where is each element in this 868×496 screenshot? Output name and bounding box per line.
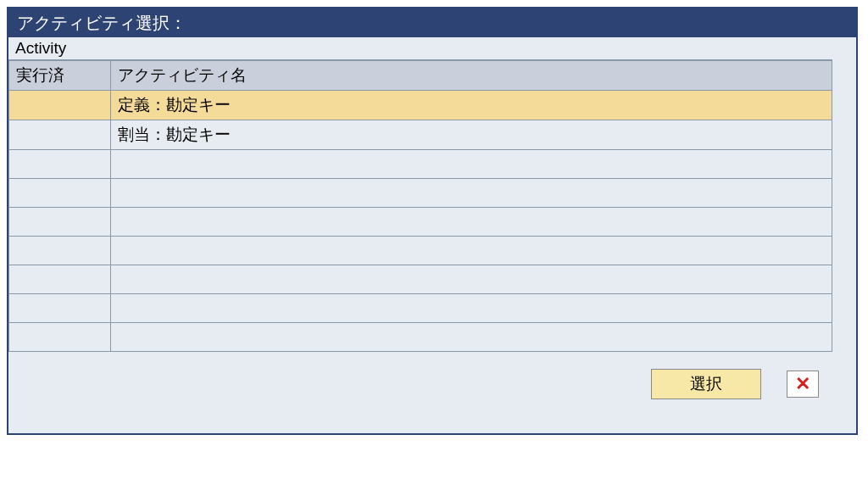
activity-select-dialog: アクティビティ選択： Activity 実行済 アクティビティ名 定義：勘定キー… (7, 7, 858, 435)
cell-executed (9, 208, 111, 237)
cell-executed (9, 91, 111, 120)
dialog-title-bar: アクティビティ選択： (8, 8, 856, 37)
table-row[interactable]: 定義：勘定キー (9, 91, 832, 120)
cell-activity-name (111, 323, 832, 352)
dialog-title: アクティビティ選択： (17, 12, 186, 35)
close-icon: ✕ (795, 375, 810, 393)
header-activity-name: アクティビティ名 (111, 61, 832, 91)
cell-executed (9, 323, 111, 352)
header-executed: 実行済 (9, 61, 111, 91)
activity-table: 実行済 アクティビティ名 定義：勘定キー割当：勘定キー (8, 60, 832, 352)
cell-executed (9, 120, 111, 150)
cell-executed (9, 237, 111, 265)
cell-executed (9, 150, 111, 179)
table-row[interactable] (9, 265, 832, 294)
cell-activity-name (111, 150, 832, 179)
table-row[interactable] (9, 208, 832, 237)
cell-activity-name (111, 237, 832, 265)
cell-executed (9, 265, 111, 294)
cell-activity-name: 定義：勘定キー (111, 91, 832, 120)
vertical-scrollbar[interactable] (832, 37, 856, 433)
button-bar: 選択 ✕ (8, 352, 832, 433)
table-row[interactable] (9, 323, 832, 352)
table-area: Activity 実行済 アクティビティ名 定義：勘定キー割当：勘定キー 選択 … (8, 37, 832, 433)
table-row[interactable]: 割当：勘定キー (9, 120, 832, 150)
select-button[interactable]: 選択 (651, 369, 761, 399)
table-row[interactable] (9, 179, 832, 208)
dialog-content: Activity 実行済 アクティビティ名 定義：勘定キー割当：勘定キー 選択 … (8, 37, 856, 433)
cell-activity-name: 割当：勘定キー (111, 120, 832, 150)
table-row[interactable] (9, 294, 832, 323)
cell-activity-name (111, 265, 832, 294)
table-subtitle: Activity (8, 37, 832, 60)
table-row[interactable] (9, 237, 832, 265)
select-button-label: 選択 (690, 375, 722, 393)
cell-activity-name (111, 294, 832, 323)
cell-activity-name (111, 208, 832, 237)
cell-executed (9, 179, 111, 208)
close-button[interactable]: ✕ (787, 371, 819, 398)
cell-activity-name (111, 179, 832, 208)
cell-executed (9, 294, 111, 323)
table-row[interactable] (9, 150, 832, 179)
